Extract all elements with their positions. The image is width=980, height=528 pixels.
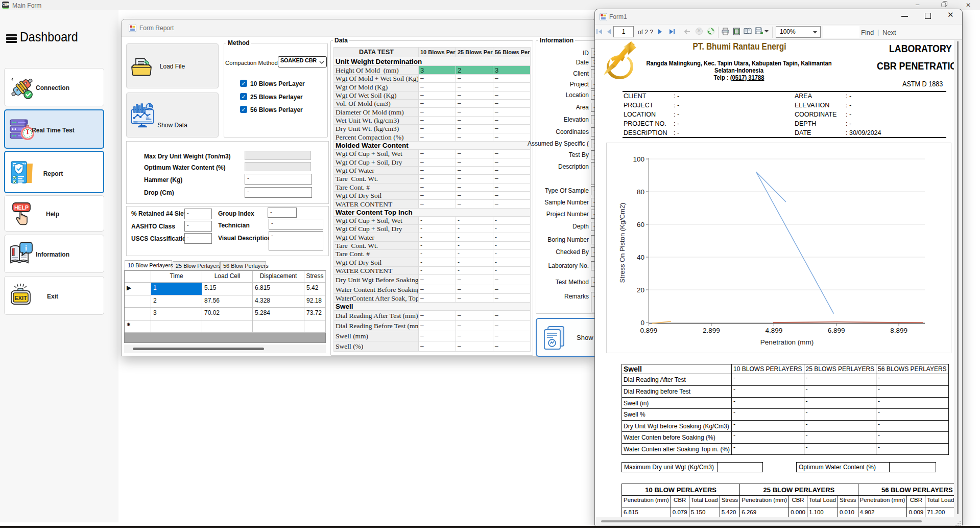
svg-text:0.899: 0.899 [640, 327, 658, 334]
svg-text:0: 0 [640, 319, 644, 327]
svg-text:80: 80 [637, 188, 644, 196]
svg-text:40: 40 [637, 254, 644, 261]
svg-text:HELP: HELP [14, 204, 29, 211]
svg-text:60: 60 [637, 221, 644, 228]
svg-text:2.899: 2.899 [703, 327, 720, 334]
svg-text:Penetration (mm): Penetration (mm) [760, 338, 814, 346]
svg-text:8.899: 8.899 [890, 327, 907, 334]
svg-text:6.899: 6.899 [828, 327, 845, 334]
svg-text:Stress On Piston (Kg/Cm2): Stress On Piston (Kg/Cm2) [618, 203, 626, 283]
svg-text:100: 100 [633, 155, 644, 163]
svg-text:20: 20 [637, 286, 644, 294]
svg-text:4.899: 4.899 [765, 327, 782, 334]
